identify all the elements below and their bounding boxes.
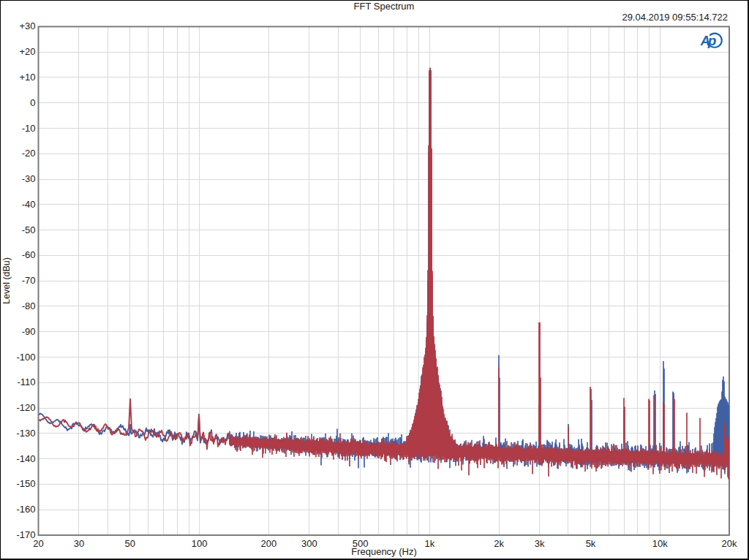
svg-text:+20: +20 [19,46,35,57]
svg-text:+10: +10 [19,72,35,83]
svg-text:3k: 3k [535,538,545,549]
svg-text:-50: -50 [22,224,36,235]
svg-text:-90: -90 [22,326,36,337]
svg-text:-150: -150 [16,478,35,489]
svg-text:-130: -130 [16,428,35,439]
svg-text:-70: -70 [22,275,36,286]
svg-text:2k: 2k [494,538,504,549]
svg-text:p: p [707,33,717,48]
svg-text:200: 200 [260,538,276,549]
svg-text:-160: -160 [16,504,35,515]
svg-text:20: 20 [33,538,43,549]
svg-text:0: 0 [30,97,35,108]
svg-text:-60: -60 [22,249,36,260]
svg-text:-30: -30 [22,173,36,184]
svg-text:29.04.2019 09:55:14.722: 29.04.2019 09:55:14.722 [622,12,728,23]
svg-text:-20: -20 [22,148,36,159]
svg-text:20k: 20k [722,538,737,549]
svg-text:300: 300 [301,538,317,549]
svg-text:5k: 5k [586,538,596,549]
svg-text:-40: -40 [22,199,36,210]
svg-text:-140: -140 [16,453,35,464]
svg-text:1k: 1k [425,538,435,549]
svg-text:10k: 10k [652,538,668,549]
svg-text:50: 50 [125,538,135,549]
svg-text:FFT Spectrum: FFT Spectrum [354,1,415,12]
svg-text:+30: +30 [19,20,35,31]
svg-text:30: 30 [74,538,84,549]
svg-text:-100: -100 [16,352,35,363]
svg-text:100: 100 [192,538,208,549]
svg-text:-110: -110 [17,377,35,387]
svg-text:-80: -80 [22,300,36,311]
svg-text:-120: -120 [16,402,35,413]
svg-text:-10: -10 [22,123,36,134]
svg-text:Level (dBu): Level (dBu) [1,257,12,304]
svg-text:Frequency (Hz): Frequency (Hz) [351,546,417,557]
